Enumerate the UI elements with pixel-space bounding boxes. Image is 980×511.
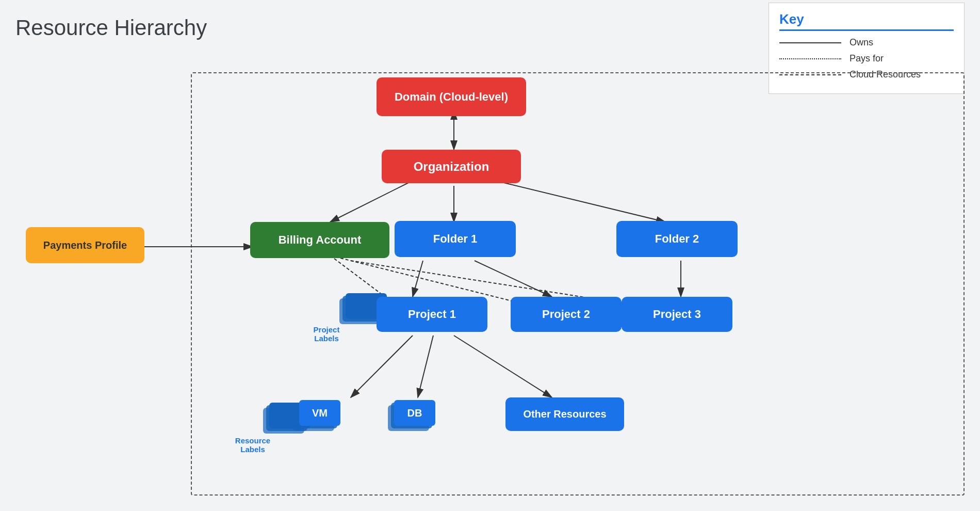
other-resources-node: Other Resources [505,397,624,431]
folder1-node: Folder 1 [395,221,516,257]
page-title: Resource Hierarchy [15,15,207,40]
diagram: Domain (Cloud-level) Organization Billin… [10,62,970,501]
project-labels-label: Project Labels [306,325,347,343]
billing-account-node: Billing Account [250,222,389,258]
organization-node: Organization [382,150,521,183]
resource-labels-label: Resource Labels [232,436,273,454]
key-owns-row: Owns [779,37,954,48]
project3-node: Project 3 [622,297,732,332]
domain-node: Domain (Cloud-level) [377,77,526,116]
payments-profile-node: Payments Profile [26,227,144,263]
folder2-node: Folder 2 [616,221,738,257]
key-solid-line [779,42,841,43]
project2-node: Project 2 [511,297,622,332]
key-title: Key [779,11,954,31]
key-dotted-line [779,58,841,59]
key-owns-label: Owns [850,37,873,48]
dashed-border-box [191,72,965,496]
project1-node: Project 1 [377,297,487,332]
